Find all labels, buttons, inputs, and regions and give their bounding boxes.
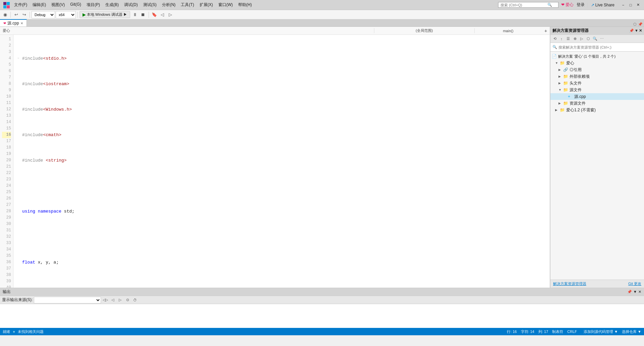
editor-pin-btn[interactable]: 📌 — [638, 22, 643, 26]
menu-build[interactable]: 生成(B) — [103, 1, 121, 8]
se-toolbar-1[interactable]: ⟲ — [552, 36, 558, 42]
status-left: 就绪 — [3, 329, 10, 334]
toolbar-btn-1[interactable]: ◉ — [1, 11, 9, 18]
menu-debug[interactable]: 调试(D) — [121, 1, 141, 8]
bottom-area: 输出 📌 ▼ ✕ 显示输出来源(S): ◁▷ ◁ ▷ ⊙ ⏱ 就绪 ● 未找到相… — [0, 288, 644, 335]
expand-source[interactable]: ▼ — [558, 88, 563, 92]
tree-headers[interactable]: ▶ 📁 头文件 — [550, 80, 644, 86]
expand-headers[interactable]: ▶ — [558, 81, 563, 85]
menu-git[interactable]: Git(G) — [67, 1, 84, 8]
line-numbers: 12345 678910 1112131415 16 17181920 2122… — [0, 35, 13, 288]
run-icon: ▶ — [83, 12, 86, 17]
menu-window[interactable]: 窗口(W) — [216, 1, 235, 8]
status-tab[interactable]: 制表符 — [552, 329, 563, 334]
se-toolbar-6[interactable]: ⬡ — [585, 36, 591, 42]
footer-git-label[interactable]: Git 更改 — [628, 281, 641, 286]
code-content[interactable]: −#include<stdio.h> #include<iostream> #i… — [13, 35, 550, 288]
login-label[interactable]: 登录 — [577, 2, 585, 8]
editor-expand-btn[interactable]: ⬡ — [633, 22, 637, 26]
search-input[interactable] — [500, 3, 547, 7]
output-btn-5[interactable]: ⏱ — [132, 297, 138, 303]
output-pin-btn[interactable]: 📌 — [627, 290, 632, 294]
expand-project-love2[interactable]: ▶ — [555, 108, 560, 112]
scope-add-btn[interactable]: + — [542, 28, 550, 34]
menu-view[interactable]: 视图(V) — [49, 1, 67, 8]
toolbar-next[interactable]: ▷ — [167, 11, 174, 18]
output-close-btn[interactable]: ✕ — [638, 290, 641, 294]
footer-solution-label[interactable]: 解决方案资源管理器 — [553, 281, 586, 286]
output-content — [0, 304, 644, 328]
se-toolbar-5[interactable]: ▷ — [579, 36, 585, 42]
status-col[interactable]: 列: 17 — [538, 329, 548, 334]
config-select[interactable]: Debug Release — [32, 11, 55, 18]
fold-1[interactable]: − — [17, 55, 21, 62]
menu-test[interactable]: 测试(S) — [141, 1, 159, 8]
se-toolbar-4[interactable]: ⊕ — [572, 36, 578, 42]
output-collapse-btn[interactable]: ▼ — [633, 290, 637, 294]
menu-analyze[interactable]: 分析(N) — [159, 1, 178, 8]
tree-external-deps[interactable]: ▶ 📁 外部依赖项 — [550, 73, 644, 80]
status-char[interactable]: 字符: 14 — [521, 329, 534, 334]
solution-label: 解决方案 '爱心' (1 个项目，共 2 个) — [558, 54, 615, 59]
se-close-btn[interactable]: ✕ — [639, 28, 642, 33]
se-toolbar-7[interactable]: 🔍 — [592, 36, 598, 42]
toolbar-prev[interactable]: ◁ — [159, 11, 166, 18]
toolbar-undo[interactable]: ↩ — [12, 11, 20, 18]
output-btn-1[interactable]: ◁▷ — [102, 297, 108, 303]
status-crlf[interactable]: CRLF — [567, 330, 577, 334]
toolbar-redo[interactable]: ↪ — [20, 11, 28, 18]
tab-close-btn[interactable]: ✕ — [20, 21, 23, 25]
se-toolbar-3[interactable]: ☰ — [565, 36, 571, 42]
toolbar-bookmark[interactable]: 🔖 — [151, 11, 158, 18]
search-icon: 🔍 — [552, 45, 557, 49]
maximize-btn[interactable]: □ — [627, 2, 634, 8]
output-btn-4[interactable]: ⊙ — [124, 297, 130, 303]
status-select-repo[interactable]: 选择仓库 ▼ — [622, 329, 641, 334]
scope-right[interactable]: main() — [475, 29, 542, 33]
menu-edit[interactable]: 编辑(E) — [30, 1, 49, 8]
tree-main-cpp[interactable]: + 源.cpp — [550, 93, 644, 100]
menu-tools[interactable]: 工具(T) — [178, 1, 197, 8]
toolbar-pause[interactable]: ⏸ — [131, 11, 139, 18]
menu-bar: 文件(F) 编辑(E) 视图(V) Git(G) 项目(P) 生成(B) 调试(… — [11, 1, 495, 8]
tree-references[interactable]: ▶ 🔗 ◎引用 — [550, 66, 644, 73]
scope-left[interactable]: 爱心 — [0, 28, 374, 33]
status-add-source[interactable]: 添加到源代码管理 ▼ — [584, 329, 618, 334]
menu-project[interactable]: 项目(P) — [84, 1, 103, 8]
tab-main-cpp[interactable]: ❤ 源.cpp ✕ — [0, 19, 27, 26]
toolbar-stop[interactable]: ⏹ — [140, 11, 147, 18]
status-ready: 就绪 — [3, 329, 10, 334]
status-line[interactable]: 行: 16 — [507, 329, 517, 334]
close-btn[interactable]: ✕ — [635, 2, 641, 8]
tree-project-love2[interactable]: ▶ 📁 爱心1.2 (不需窗) — [550, 107, 644, 113]
live-share-btn[interactable]: ↗ Live Share — [591, 3, 614, 7]
status-error-label: 未找到相关问题 — [18, 329, 44, 334]
se-arrow-btn[interactable]: ▼ — [635, 28, 638, 33]
output-source-select[interactable] — [34, 297, 101, 303]
se-pin-btn[interactable]: 📌 — [629, 28, 634, 33]
heart-label: ❤ 爱心 — [561, 2, 574, 8]
solution-search-bar: 🔍 — [550, 43, 644, 52]
tree-project-love[interactable]: ▼ 📁 爱心 — [550, 60, 644, 66]
arch-select[interactable]: x64 x86 — [56, 11, 76, 18]
output-btn-3[interactable]: ▷ — [117, 297, 123, 303]
menu-ext[interactable]: 扩展(X) — [197, 1, 216, 8]
tree-resource-files[interactable]: ▶ 📁 资源文件 — [550, 100, 644, 107]
output-btn-2[interactable]: ◁ — [110, 297, 116, 303]
menu-file[interactable]: 文件(F) — [11, 1, 30, 8]
code-line-2: #include<iostream> — [15, 81, 550, 87]
expand-project-love[interactable]: ▼ — [555, 61, 560, 65]
run-btn[interactable]: ▶ 本地 Windows 调试器 ▶ — [79, 11, 130, 18]
solution-search-input[interactable] — [558, 45, 642, 49]
tree-source-files[interactable]: ▼ 📁 源文件 — [550, 86, 644, 93]
expand-references[interactable]: ▶ — [558, 68, 563, 71]
expand-external[interactable]: ▶ — [558, 75, 563, 78]
expand-resource[interactable]: ▶ — [558, 102, 563, 105]
se-toolbar-2[interactable]: ↑ — [558, 36, 565, 42]
menu-help[interactable]: 帮助(H) — [235, 1, 255, 8]
minimize-btn[interactable]: − — [620, 2, 627, 8]
scope-mid[interactable]: (全局范围) — [374, 28, 475, 33]
se-toolbar-8[interactable]: ⋯ — [599, 36, 605, 42]
code-line-1: −#include<stdio.h> — [15, 55, 550, 62]
code-editor[interactable]: 12345 678910 1112131415 16 17181920 2122… — [0, 35, 550, 288]
